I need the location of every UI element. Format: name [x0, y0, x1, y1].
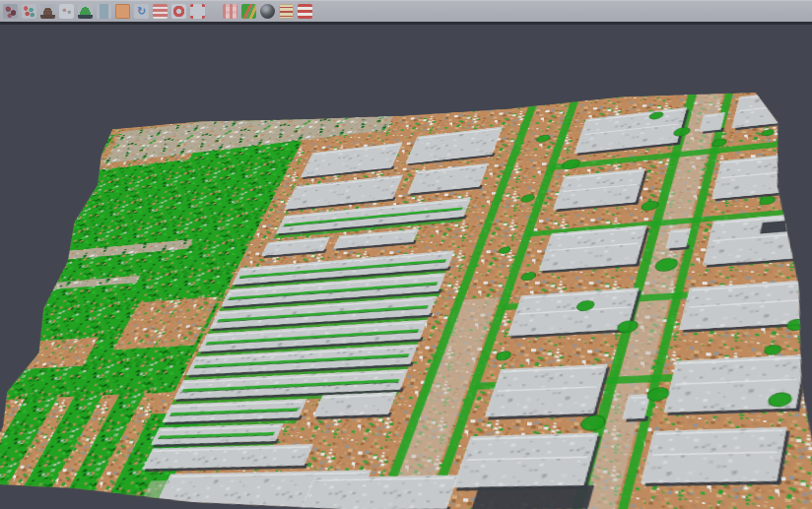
red-stripes-icon[interactable]: [298, 4, 312, 19]
red-layers-icon[interactable]: [153, 4, 168, 19]
red-crop-icon[interactable]: [190, 4, 205, 19]
vegetation-patch: [440, 90, 513, 112]
building-shadow: [802, 283, 812, 326]
sparse-points-icon[interactable]: [59, 4, 74, 19]
red-ring-icon[interactable]: [171, 4, 186, 19]
toolbar: ↻: [0, 0, 812, 22]
building-roof: [732, 87, 812, 128]
profile-slab-icon[interactable]: [97, 4, 111, 19]
terrain-svg: [0, 87, 812, 509]
point-cloud-scene[interactable]: [0, 87, 812, 509]
points-maroon-icon[interactable]: [3, 4, 18, 19]
report-icon[interactable]: [279, 4, 294, 19]
points-multicolor-icon[interactable]: [22, 4, 36, 19]
tree: [799, 248, 812, 260]
terrain-mound-icon[interactable]: [40, 4, 55, 19]
application-window: ↻: [0, 0, 812, 509]
refresh-icon[interactable]: ↻: [134, 4, 149, 19]
terrain-mesh: [0, 87, 812, 509]
shadow-patch: [471, 485, 594, 509]
viewport-3d[interactable]: [0, 25, 812, 509]
classification-map-icon[interactable]: [241, 4, 256, 19]
dark-sphere-icon[interactable]: [260, 4, 275, 19]
red-checker-icon[interactable]: [223, 4, 237, 19]
orthophoto-icon[interactable]: [115, 4, 130, 19]
green-hill-icon[interactable]: [78, 4, 93, 19]
